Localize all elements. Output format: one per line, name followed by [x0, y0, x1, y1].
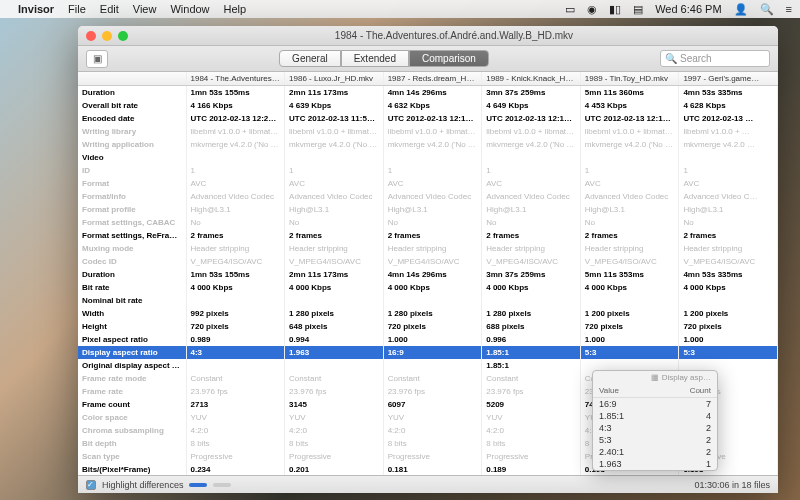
popover-value: 16:9: [599, 399, 691, 409]
popover-row[interactable]: 1.85:14: [593, 410, 717, 422]
table-row[interactable]: Height720 pixels648 pixels720 pixels688 …: [78, 320, 778, 333]
property-value-cell: Constant: [285, 372, 384, 385]
battery-icon[interactable]: ▮▯: [609, 3, 621, 16]
search-input[interactable]: 🔍 Search: [660, 50, 770, 67]
property-value-cell: 1 280 pixels: [482, 307, 581, 320]
property-value-cell: 1mn 53s 155ms: [186, 268, 285, 281]
table-row[interactable]: Format/InfoAdvanced Video CodecAdvanced …: [78, 190, 778, 203]
property-value-cell: No: [580, 216, 679, 229]
popover-row[interactable]: 2.40:12: [593, 446, 717, 458]
file-column-header[interactable]: 1984 - The.Adventures.of.An…: [186, 72, 285, 86]
menu-file[interactable]: File: [68, 3, 86, 15]
flag-icon[interactable]: ▤: [633, 3, 643, 16]
property-value-cell: High@L3.1: [580, 203, 679, 216]
highlight-differences-checkbox[interactable]: [86, 480, 96, 490]
property-value-cell: V_MPEG4/ISO/AVC: [580, 255, 679, 268]
popover-row[interactable]: 4:32: [593, 422, 717, 434]
table-row[interactable]: ID111111: [78, 164, 778, 177]
menu-edit[interactable]: Edit: [100, 3, 119, 15]
property-value-cell: High@L3.1: [186, 203, 285, 216]
file-column-header[interactable]: 1986 - Luxo.Jr_HD.mkv: [285, 72, 384, 86]
table-row[interactable]: Codec IDV_MPEG4/ISO/AVCV_MPEG4/ISO/AVCV_…: [78, 255, 778, 268]
table-row[interactable]: Nominal bit rate: [78, 294, 778, 307]
app-menu[interactable]: Invisor: [18, 3, 54, 15]
tab-general[interactable]: General: [279, 50, 341, 67]
property-value-cell: Progressive: [285, 450, 384, 463]
clock[interactable]: Wed 6:46 PM: [655, 3, 721, 15]
table-row[interactable]: Writing librarylibebml v1.0.0 + libmatro…: [78, 125, 778, 138]
tab-comparison[interactable]: Comparison: [409, 50, 489, 67]
table-row[interactable]: Writing applicationmkvmerge v4.2.0 ('No …: [78, 138, 778, 151]
table-row[interactable]: Width992 pixels1 280 pixels1 280 pixels1…: [78, 307, 778, 320]
property-name-cell: Height: [78, 320, 186, 333]
property-name-cell: Pixel aspect ratio: [78, 333, 186, 346]
table-row[interactable]: Overall bit rate4 166 Kbps4 639 Kbps4 63…: [78, 99, 778, 112]
property-value-cell: 23.976 fps: [285, 385, 384, 398]
property-name-cell: Original display aspect ratio: [78, 359, 186, 372]
table-row[interactable]: Bit rate4 000 Kbps4 000 Kbps4 000 Kbps4 …: [78, 281, 778, 294]
zoom-button[interactable]: [118, 31, 128, 41]
file-column-header[interactable]: 1989 - Tin.Toy_HD.mkv: [580, 72, 679, 86]
property-value-cell: 2mn 11s 173ms: [285, 86, 384, 100]
property-value-cell: 2 frames: [285, 229, 384, 242]
user-icon[interactable]: 👤: [734, 3, 748, 16]
table-row[interactable]: Muxing modeHeader strippingHeader stripp…: [78, 242, 778, 255]
tab-extended[interactable]: Extended: [341, 50, 409, 67]
airplay-icon[interactable]: ▭: [565, 3, 575, 16]
spotlight-icon[interactable]: 🔍: [760, 3, 774, 16]
file-column-header[interactable]: 1989 - Knick.Knack_HD.mkv: [482, 72, 581, 86]
property-value-cell: Header stripping: [383, 242, 482, 255]
menu-view[interactable]: View: [133, 3, 157, 15]
table-row[interactable]: Display aspect ratio4:31.96316:91.85:15:…: [78, 346, 778, 359]
property-column-header[interactable]: [78, 72, 186, 86]
table-row[interactable]: FormatAVCAVCAVCAVCAVCAVC: [78, 177, 778, 190]
table-row[interactable]: Format profileHigh@L3.1High@L3.1High@L3.…: [78, 203, 778, 216]
popover-row[interactable]: 1.9631: [593, 458, 717, 470]
popover-header-value: Value: [599, 386, 690, 395]
property-value-cell: 4 166 Kbps: [186, 99, 285, 112]
popover-row[interactable]: 5:32: [593, 434, 717, 446]
table-row[interactable]: Duration1mn 53s 155ms2mn 11s 173ms4mn 14…: [78, 86, 778, 100]
window-title: 1984 - The.Adventures.of.André.and.Wally…: [138, 30, 770, 41]
property-value-cell: 5:3: [580, 346, 679, 359]
table-row[interactable]: Format settings, CABACNoNoNoNoNoNo: [78, 216, 778, 229]
property-value-cell: mkvmerge v4.2.0 ('No Talking') built on …: [482, 138, 581, 151]
popover-count: 2: [691, 423, 711, 433]
property-value-cell: 2713: [186, 398, 285, 411]
table-row[interactable]: Duration1mn 53s 155ms2mn 11s 173ms4mn 14…: [78, 268, 778, 281]
wifi-icon[interactable]: ◉: [587, 3, 597, 16]
property-value-cell: libebml v1.0.0 + libmatroska v1.0.0: [383, 125, 482, 138]
statusbar: Highlight differences 01:30:06 in 18 fil…: [78, 475, 778, 493]
property-value-cell: libebml v1.0.0 + libmatroska v1.0.0: [482, 125, 581, 138]
property-value-cell: High@L3.1: [679, 203, 778, 216]
table-row[interactable]: Encoded dateUTC 2012-02-13 12:21:11UTC 2…: [78, 112, 778, 125]
table-row[interactable]: Format settings, ReFrames2 frames2 frame…: [78, 229, 778, 242]
property-name-cell: Display aspect ratio: [78, 346, 186, 359]
notification-center-icon[interactable]: ≡: [786, 3, 792, 15]
file-column-header[interactable]: 1987 - Reds.dream_HD.mkv: [383, 72, 482, 86]
property-value-cell: YUV: [285, 411, 384, 424]
property-value-cell: UTC 2012-02-13 12:19:00: [383, 112, 482, 125]
close-button[interactable]: [86, 31, 96, 41]
property-value-cell: UTC 2012-02-13 12:21:11: [186, 112, 285, 125]
property-value-cell: High@L3.1: [482, 203, 581, 216]
toolbar: ▣ General Extended Comparison 🔍 Search: [78, 46, 778, 72]
sidebar-toggle-button[interactable]: ▣: [86, 50, 108, 68]
property-value-cell: 0.989: [186, 333, 285, 346]
property-value-cell: [383, 294, 482, 307]
property-value-cell: 1.000: [383, 333, 482, 346]
property-value-cell: 4 453 Kbps: [580, 99, 679, 112]
popover-row[interactable]: 16:97: [593, 398, 717, 410]
minimize-button[interactable]: [102, 31, 112, 41]
property-name-cell: Format settings, ReFrames: [78, 229, 186, 242]
property-value-cell: Constant: [383, 372, 482, 385]
property-value-cell: V_MPEG4/ISO/AVC: [482, 255, 581, 268]
menu-window[interactable]: Window: [170, 3, 209, 15]
menu-help[interactable]: Help: [224, 3, 247, 15]
file-column-header[interactable]: 1997 - Geri's.game…: [679, 72, 778, 86]
table-row[interactable]: Video: [78, 151, 778, 164]
property-value-cell: AVC: [679, 177, 778, 190]
table-row[interactable]: Pixel aspect ratio0.9890.9941.0000.9961.…: [78, 333, 778, 346]
property-value-cell: 4mn 53s 335ms: [679, 86, 778, 100]
property-value-cell: 1.85:1: [482, 346, 581, 359]
